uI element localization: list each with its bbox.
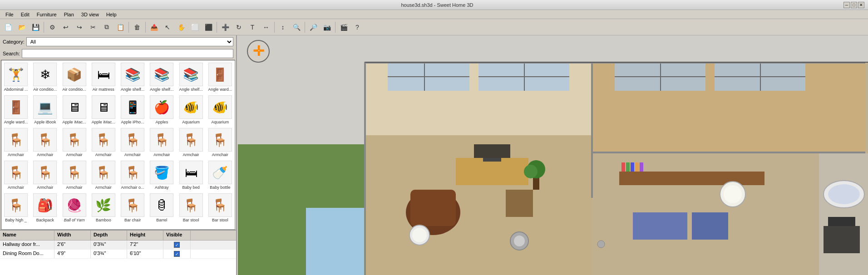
paste-button[interactable]: 📋 bbox=[114, 21, 127, 34]
table-cell-visible[interactable]: ✓ bbox=[163, 250, 191, 258]
svg-rect-13 bbox=[388, 76, 469, 77]
dim1-button[interactable]: ↔ bbox=[260, 21, 272, 34]
create-walls-button[interactable]: ⬜ bbox=[188, 21, 201, 34]
menu-item-furniture[interactable]: Furniture bbox=[33, 11, 60, 18]
furniture-item[interactable]: 🎒Backpack bbox=[30, 191, 59, 224]
svg-rect-6 bbox=[364, 62, 366, 275]
menu-item-file[interactable]: File bbox=[2, 11, 17, 18]
furniture-item[interactable]: 📚Angle shelf... bbox=[177, 60, 206, 93]
dim2-button[interactable]: ↕ bbox=[276, 21, 289, 34]
furniture-item[interactable]: ❄Air conditio... bbox=[30, 60, 59, 93]
select-button[interactable]: ↖ bbox=[161, 21, 174, 34]
table-cell-visible[interactable]: ✓ bbox=[163, 241, 191, 249]
table-row[interactable]: Hallway door fr...2'6"0'3¾"7'2"✓ bbox=[0, 241, 236, 250]
category-select[interactable]: All bbox=[26, 37, 233, 46]
table-cell-width: 2'6" bbox=[54, 241, 91, 249]
menu-item-help[interactable]: Help bbox=[103, 11, 120, 18]
furniture-item[interactable]: 📚Angle shelf... bbox=[147, 60, 176, 93]
furniture-item[interactable]: 🧶Ball of Yarn bbox=[60, 191, 89, 224]
furniture-item[interactable]: 🪑Armchair bbox=[177, 126, 206, 158]
create-rooms-button[interactable]: ⬛ bbox=[202, 21, 215, 34]
table-cell-depth: 0'3¾" bbox=[91, 241, 127, 249]
save-button[interactable]: 💾 bbox=[29, 21, 42, 34]
furniture-label: Angle shelf... bbox=[148, 87, 175, 92]
help-button[interactable]: ? bbox=[351, 21, 364, 34]
minimize-button[interactable]: ─ bbox=[843, 2, 850, 8]
furniture-item[interactable]: 🛏Baby bed bbox=[177, 158, 206, 191]
toolbar: 📄📂💾⚙↩↪✂⧉📋🗑📤↖✋⬜⬛➕↻T↔↕🔍🔎📷🎬? bbox=[0, 19, 868, 35]
furniture-item[interactable]: 🖥Apple iMac... bbox=[60, 93, 89, 126]
furniture-item[interactable]: 🪑Armchair bbox=[30, 126, 59, 158]
furniture-label: Angle shelf... bbox=[119, 87, 146, 92]
add-furniture-button[interactable]: ➕ bbox=[219, 21, 232, 34]
search-input[interactable] bbox=[22, 49, 233, 58]
search-row: Search: bbox=[0, 48, 236, 60]
furniture-item[interactable]: 📦Air conditio... bbox=[60, 60, 89, 93]
window-controls[interactable]: ─ □ ✕ bbox=[843, 2, 864, 8]
cut-button[interactable]: ✂ bbox=[87, 21, 99, 34]
svg-rect-38 bbox=[631, 162, 634, 172]
furniture-item[interactable]: 🪑Armchair bbox=[60, 158, 89, 191]
furniture-item[interactable]: 🖥Apple iMac... bbox=[89, 93, 118, 126]
pan-button[interactable]: ✋ bbox=[175, 21, 187, 34]
menu-item-plan[interactable]: Plan bbox=[60, 11, 78, 18]
furniture-icon: 🪑 bbox=[92, 161, 115, 184]
visible-checkbox[interactable]: ✓ bbox=[174, 251, 180, 257]
open-button[interactable]: 📂 bbox=[15, 21, 28, 34]
furniture-item[interactable]: 🛏Air mattress bbox=[89, 60, 118, 93]
visible-checkbox[interactable]: ✓ bbox=[174, 242, 180, 248]
compass[interactable]: ✛ bbox=[247, 40, 270, 63]
furniture-item[interactable]: 🪑Armchair bbox=[89, 158, 118, 191]
furniture-icon: 🖥 bbox=[63, 95, 86, 119]
new-button[interactable]: 📄 bbox=[2, 21, 15, 34]
furniture-item[interactable]: 🪑Armchair o... bbox=[118, 158, 147, 191]
maximize-button[interactable]: □ bbox=[851, 2, 857, 8]
furniture-item[interactable]: 🐠Aquarium bbox=[177, 93, 206, 126]
furniture-item[interactable]: 🪑Baby high _ bbox=[1, 191, 30, 224]
preferences-button[interactable]: ⚙ bbox=[46, 21, 59, 34]
rotate-button[interactable]: ↻ bbox=[232, 21, 245, 34]
export-button[interactable]: 📤 bbox=[148, 21, 160, 34]
furniture-item[interactable]: 🚪Angle ward... bbox=[1, 93, 30, 126]
furniture-item[interactable]: 🏋Abdominal ... bbox=[1, 60, 30, 93]
label-button[interactable]: T bbox=[246, 21, 259, 34]
furniture-item[interactable]: 🛢Barrel bbox=[147, 191, 176, 224]
furniture-item[interactable]: 🪣Ashtray bbox=[147, 158, 176, 191]
furniture-item[interactable]: 📚Angle shelf... bbox=[118, 60, 147, 93]
furniture-item[interactable]: 🪑Armchair bbox=[60, 126, 89, 158]
furniture-item[interactable]: 🪑Bar chair bbox=[118, 191, 147, 224]
furniture-item[interactable]: 🪑Armchair bbox=[1, 126, 30, 158]
photo-button[interactable]: 📷 bbox=[321, 21, 333, 34]
furniture-item[interactable]: 🪑Armchair bbox=[118, 126, 147, 158]
furniture-item[interactable]: 📱Apple iPho... bbox=[118, 93, 147, 126]
zoom-out-button[interactable]: 🔎 bbox=[307, 21, 320, 34]
table-row[interactable]: Dining Room Do...4'9"0'3¾"6'10"✓ bbox=[0, 250, 236, 259]
furniture-item[interactable]: 🪑Armchair bbox=[206, 126, 235, 158]
redo-button[interactable]: ↪ bbox=[73, 21, 86, 34]
menu-item-3d-view[interactable]: 3D view bbox=[78, 11, 103, 18]
delete-button[interactable]: 🗑 bbox=[131, 21, 143, 34]
furniture-item[interactable]: 💻Apple iBook bbox=[30, 93, 59, 126]
furniture-label: Bar stool bbox=[178, 218, 204, 222]
table-cell-name: Dining Room Do... bbox=[0, 250, 54, 258]
furniture-item[interactable]: 🪑Armchair bbox=[1, 158, 30, 191]
furniture-item[interactable]: 🍼Baby bottle bbox=[206, 158, 235, 191]
furniture-item[interactable]: 🚪Angle ward... bbox=[206, 60, 235, 93]
zoom-in-button[interactable]: 🔍 bbox=[290, 21, 303, 34]
furniture-item[interactable]: 🪑Armchair bbox=[30, 158, 59, 191]
furniture-item[interactable]: 🍎Apples bbox=[147, 93, 176, 126]
category-label: Category: bbox=[3, 39, 25, 44]
close-button[interactable]: ✕ bbox=[858, 2, 864, 8]
video-button[interactable]: 🎬 bbox=[337, 21, 350, 34]
furniture-item[interactable]: 🪑Bar stool bbox=[206, 191, 235, 224]
furniture-item[interactable]: 🌿Bamboo bbox=[89, 191, 118, 224]
menu-item-edit[interactable]: Edit bbox=[17, 11, 33, 18]
furniture-item[interactable]: 🪑Armchair bbox=[147, 126, 176, 158]
furniture-item[interactable]: 🪑Bar stool bbox=[177, 191, 206, 224]
copy-button[interactable]: ⧉ bbox=[100, 21, 113, 34]
furniture-item[interactable]: 🪑Armchair bbox=[89, 126, 118, 158]
undo-button[interactable]: ↩ bbox=[59, 21, 72, 34]
menu-bar: FileEditFurniturePlan3D viewHelp bbox=[0, 10, 868, 19]
furniture-item[interactable]: 🐠Aquarium bbox=[206, 93, 235, 126]
furniture-label: Ashtray bbox=[148, 185, 175, 190]
